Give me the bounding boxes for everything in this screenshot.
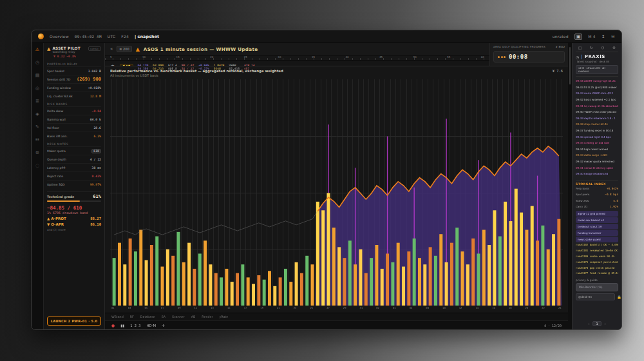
x-tick-label: 11: [194, 306, 198, 311]
strategy-pill[interactable]: mean-rev basket v4: [576, 217, 618, 223]
interval-tab[interactable]: ≡ 200: [117, 46, 131, 52]
status-item[interactable]: yRate: [219, 315, 228, 318]
menu-item-f24[interactable]: F24: [121, 34, 129, 39]
ruler-tick-label: 45: [379, 55, 383, 59]
share-icon[interactable]: ↥: [601, 34, 605, 39]
volume-panel-subtitle: All instruments vs USDT basis: [110, 73, 283, 77]
watchlist-row[interactable]: Latency p9938 ms: [47, 163, 101, 171]
pause-icon[interactable]: ▮▮: [120, 324, 124, 327]
rail-tool-icon[interactable]: ▤: [35, 73, 40, 78]
row-value: 99.97%: [90, 183, 101, 186]
rail-tool-icon[interactable]: ☷: [35, 138, 39, 142]
job-log-list: run#1182 backfill OK — 4,096 rowsrun#118…: [576, 242, 618, 277]
volume-panel-title: Relative performance vs. benchmark baske…: [110, 69, 283, 73]
x-tick-label: 31: [360, 306, 363, 311]
rail-tool-icon[interactable]: ◌: [35, 164, 39, 168]
watchlist-row[interactable]: Reject rate0.42%: [47, 171, 101, 180]
sidebar-tool-icon[interactable]: ↻: [590, 46, 593, 50]
reorder-input[interactable]: [576, 283, 618, 291]
status-item[interactable]: Database: [140, 315, 155, 318]
index-rows: Perp basis+0.042%Spot prem.−0.8 bpsSkew …: [576, 186, 618, 210]
watchlist-row[interactable]: Liq. cluster 62.4k12.8 M: [47, 92, 101, 100]
watchlist-panel: ▲ ASSET PILOT watchdog relay constr. ¥ 0…: [44, 43, 105, 329]
indicator-chip: 63,89064,210: [153, 64, 164, 71]
log-row: run#1178 gap check passed: [576, 265, 618, 271]
watchlist-row[interactable]: Spot basket1.042 B: [47, 66, 101, 75]
sidebar-tool-icon[interactable]: ◫: [578, 46, 582, 50]
signal-row[interactable]: ▼ O-APR86.10: [47, 222, 101, 226]
feed-row: 09:31 venue B latency spike: [576, 164, 618, 171]
step-buttons[interactable]: 1 2 3: [130, 324, 140, 327]
volume-chart[interactable]: [110, 79, 563, 306]
launch-button[interactable]: LAUNCH 2 PWR-01 · 5.0: [47, 317, 101, 326]
status-item[interactable]: WStand: [111, 315, 124, 318]
back-chevron-icon[interactable]: «: [110, 46, 113, 52]
watchlist-row[interactable]: Vol floor28.6: [47, 123, 101, 132]
row-label: Reject rate: [47, 175, 63, 178]
watchlist-row[interactable]: Maker quota618: [47, 146, 101, 155]
menu-item-utc[interactable]: UTC: [108, 34, 116, 39]
signal-value: 86.10: [90, 222, 101, 226]
camera-icon[interactable]: ▣: [574, 34, 583, 40]
x-tick-label: 06: [410, 306, 413, 311]
username-field[interactable]: [576, 293, 615, 300]
row-label: Session drift 7D: [47, 78, 70, 81]
add-icon[interactable]: ✛: [162, 324, 165, 327]
rail-tool-icon[interactable]: ⚙: [35, 151, 39, 155]
rail-tool-icon[interactable]: ≣: [35, 99, 39, 104]
globe-icon[interactable]: ☉: [611, 34, 615, 39]
ruler-tick-label: 50: [413, 55, 417, 59]
menu-item-overview[interactable]: Overview: [50, 34, 69, 39]
warning-icon[interactable]: ⚠: [35, 48, 39, 52]
menu-item-snapshot[interactable]: | snapshot: [135, 34, 159, 39]
watchlist-row[interactable]: Session drift 7D(269) 900: [47, 75, 101, 83]
prev-page-button[interactable]: ‹: [588, 322, 589, 326]
signal-row[interactable]: ▲ A-PROT88.27: [47, 217, 101, 220]
sidebar-tool-icon[interactable]: ⚙: [612, 46, 616, 50]
strategy-pill[interactable]: alpha-12 grid pinned: [576, 211, 618, 217]
watchlist-row[interactable]: Funding window+0.018%: [47, 83, 101, 92]
right-sidebar: ◫↻⌬⚙ ◔ | PRAXIS latest snapshot · desk 0…: [572, 43, 621, 329]
indicator-chip: 612.4608.8: [168, 64, 177, 71]
status-item[interactable]: RF: [130, 315, 134, 318]
more-link[interactable]: and (2) more: [47, 228, 101, 231]
sidebar-tool-icon[interactable]: ⌬: [601, 46, 604, 50]
record-icon[interactable]: ●: [111, 323, 115, 327]
status-item[interactable]: AB: [191, 315, 196, 318]
feed-row: 09:36 spread tight 0.4 bps: [576, 133, 618, 140]
rail-tool-icon[interactable]: ◎: [35, 86, 39, 91]
watchlist-row[interactable]: Queue depth4 / 12: [47, 155, 101, 163]
signal-label: ▲ A-PROT: [47, 217, 66, 220]
clock-readout: 09:45:02 AM: [75, 34, 102, 39]
next-page-button[interactable]: ›: [605, 322, 606, 326]
watchlist-row[interactable]: Delta skew−0.84: [47, 106, 101, 115]
strategy-pill[interactable]: funding harvester: [576, 230, 618, 236]
x-tick-label: 27: [327, 306, 330, 311]
status-item[interactable]: Scanner: [172, 315, 185, 318]
watchlist-tag: constr.: [88, 46, 101, 51]
sidebar-header: ◔ | PRAXIS: [576, 52, 618, 59]
version-chip[interactable]: v2.8 · stream-04 · all markets: [576, 65, 618, 74]
status-item[interactable]: SA: [162, 315, 166, 318]
strategy-pill[interactable]: breakout scout 1H: [576, 224, 618, 229]
strategy-pill[interactable]: news spike guard: [576, 237, 618, 242]
rail-tool-icon[interactable]: ✎: [35, 125, 39, 130]
watchlist-row[interactable]: Uptime 30D99.97%: [47, 180, 101, 188]
watchlist-row[interactable]: Basis 3M ann.6.2%: [47, 132, 101, 140]
lock-icon: 🔒: [617, 295, 621, 299]
rail-tool-icon[interactable]: ◷: [35, 61, 39, 65]
ruler-tick-label: 20: [210, 55, 213, 59]
scrollbar-thumb[interactable]: [569, 47, 571, 84]
watchlist-row[interactable]: Gamma wall64.0 k: [47, 115, 101, 123]
signal-label: ▼ O-APR: [47, 222, 64, 226]
time-ruler[interactable]: 51015202530354045505560: [105, 55, 489, 61]
frame-counter: 4 · 12/20: [544, 324, 562, 327]
clock-value: 00:08: [509, 54, 528, 60]
x-axis-labels: 0103050709111315171921232527293102040608…: [110, 306, 563, 311]
status-item[interactable]: Render: [202, 315, 213, 318]
feed-row: 09:37 funding reset in 00:18: [576, 128, 618, 134]
workspace-badge[interactable]: M 4: [588, 34, 596, 39]
mode-toggle[interactable]: HD-M: [146, 324, 156, 327]
rail-tool-icon[interactable]: ◈: [35, 112, 39, 117]
x-tick-label: 23: [294, 306, 297, 311]
